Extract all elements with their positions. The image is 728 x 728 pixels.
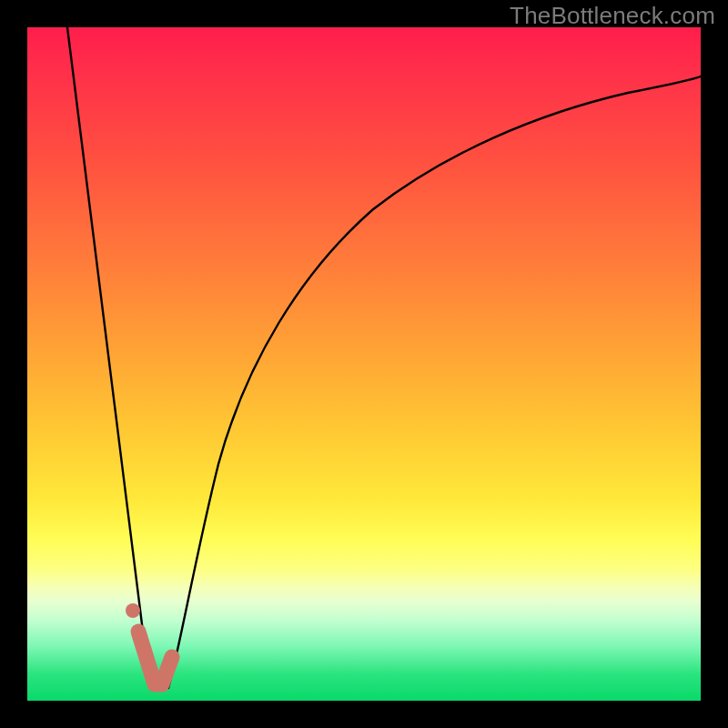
chart-frame: TheBottleneck.com	[0, 0, 728, 728]
watermark-text: TheBottleneck.com	[510, 2, 715, 30]
right-curve-line	[168, 76, 701, 688]
left-descent-line	[67, 27, 148, 675]
marker-elbow	[138, 632, 172, 684]
chart-svg	[27, 27, 701, 701]
plot-area	[27, 27, 701, 701]
marker-dot	[126, 603, 140, 618]
